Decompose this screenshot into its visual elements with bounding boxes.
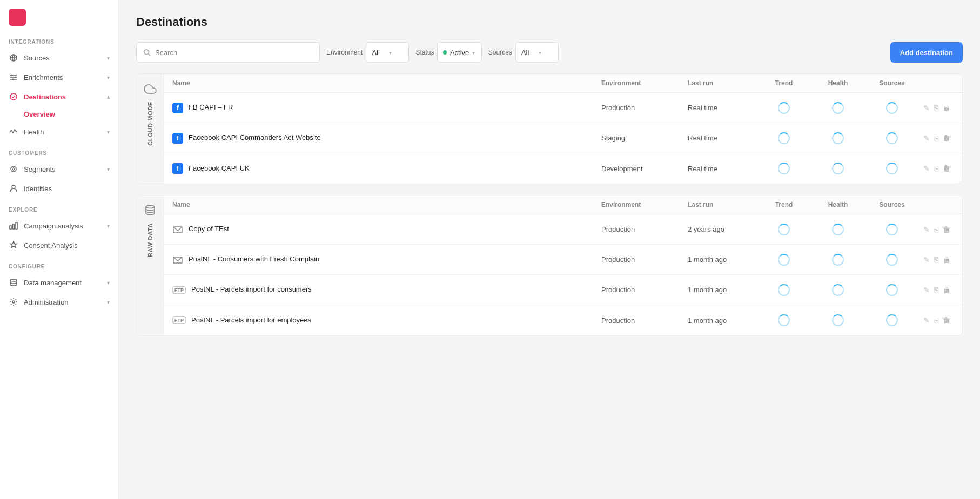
raw-data-icon [144,204,157,219]
copy-icon[interactable]: ⎘ [934,104,938,112]
search-input[interactable] [155,49,313,57]
row-name-cell: PostNL - Consumers with Fresh Complain [164,250,595,269]
raw-data-label: Raw Data [147,223,153,257]
enrichments-icon [9,72,18,82]
sidebar-item-enrichments[interactable]: Enrichments ▾ [0,68,118,87]
sidebar-item-identities[interactable]: Identities [0,179,118,198]
sidebar-subitem-overview[interactable]: Overview [24,106,118,122]
data-management-icon [9,278,18,287]
raw-col-actions [919,201,962,208]
cloud-mode-section: Cloud Mode Name Environment Last run Tre… [136,73,963,184]
copy-icon[interactable]: ⎘ [934,255,938,264]
raw-col-health: Health [811,201,865,208]
delete-icon[interactable]: 🗑 [943,134,950,143]
status-filter-group: Status Active ▾ [415,42,481,63]
edit-icon[interactable]: ✎ [923,316,930,325]
copy-icon[interactable]: ⎘ [934,225,938,234]
table-row: f FB CAPI – FR Production Real time ✎ ⎘ … [164,93,962,123]
add-destination-button[interactable]: Add destination [890,42,963,63]
table-row: FTP PostNL - Parcels import for employee… [164,305,962,335]
row-health [811,284,865,296]
raw-col-trend: Trend [757,201,811,208]
administration-chevron: ▾ [107,299,110,305]
row-environment: Production [595,316,681,325]
enrichments-chevron: ▾ [107,75,110,80]
delete-icon[interactable]: 🗑 [943,286,950,294]
row-actions: ✎ ⎘ 🗑 [919,104,962,112]
sidebar-item-data-management-label: Data management [24,279,107,287]
row-actions: ✎ ⎘ 🗑 [919,255,962,264]
sidebar-item-identities-label: Identities [24,185,110,193]
row-environment: Production [595,225,681,233]
row-environment: Production [595,255,681,264]
svg-rect-9 [13,224,15,229]
table-row: f Facebook CAPI UK Development Real time… [164,153,962,184]
row-sources [865,132,919,144]
row-sources [865,314,919,326]
delete-icon[interactable]: 🗑 [943,225,950,234]
edit-icon[interactable]: ✎ [923,134,930,143]
cloud-col-health: Health [811,79,865,87]
row-actions: ✎ ⎘ 🗑 [919,225,962,234]
dest-name: Copy of TEst [189,224,229,234]
row-trend [757,254,811,266]
row-trend [757,102,811,114]
sidebar-item-segments[interactable]: Segments ▾ [0,159,118,179]
row-health [811,314,865,326]
campaign-chevron: ▾ [107,223,110,229]
edit-icon[interactable]: ✎ [923,164,930,173]
sidebar-item-consent-analysis[interactable]: Consent Analysis [0,235,118,255]
sidebar-item-health[interactable]: Health ▾ [0,122,118,141]
table-row: FTP PostNL - Parcels import for consumer… [164,275,962,305]
segments-chevron: ▾ [107,166,110,172]
sources-select[interactable]: All ▾ [515,42,559,63]
environment-value: All [372,49,386,57]
sidebar-item-campaign-analysis[interactable]: Campaign analysis ▾ [0,216,118,235]
delete-icon[interactable]: 🗑 [943,104,950,112]
svg-rect-8 [10,226,11,229]
sidebar-item-administration[interactable]: Administration ▾ [0,292,118,312]
row-sources [865,284,919,296]
customers-section-label: CUSTOMERS [0,141,118,159]
raw-col-name: Name [164,201,595,208]
status-select[interactable]: Active ▾ [437,42,481,63]
sidebar-item-campaign-analysis-label: Campaign analysis [24,222,107,230]
copy-icon[interactable]: ⎘ [934,316,938,325]
edit-icon[interactable]: ✎ [923,104,930,112]
facebook-icon: f [172,133,183,144]
copy-icon[interactable]: ⎘ [934,164,938,173]
envelope-icon [172,224,183,235]
cloud-mode-label: Cloud Mode [147,102,153,146]
status-label: Status [415,49,434,56]
sources-filter-group: Sources All ▾ [488,42,559,63]
copy-icon[interactable]: ⎘ [934,134,938,143]
status-active-dot [443,50,447,55]
row-lastrun: Real time [681,134,757,142]
search-box[interactable] [136,42,320,63]
edit-icon[interactable]: ✎ [923,225,930,234]
row-name-cell: f Facebook CAPI UK [164,159,595,178]
svg-point-6 [12,168,15,170]
delete-icon[interactable]: 🗑 [943,164,950,173]
dest-name: PostNL - Consumers with Fresh Complain [189,254,319,264]
svg-point-5 [11,166,16,172]
cloud-col-sources: Sources [865,79,919,87]
ftp-icon: FTP [172,286,186,294]
row-health [811,224,865,235]
configure-section-label: CONFIGURE [0,255,118,273]
delete-icon[interactable]: 🗑 [943,255,950,264]
environment-select[interactable]: All ▾ [366,42,409,63]
sidebar-item-data-management[interactable]: Data management ▾ [0,273,118,292]
environment-chevron-down-icon: ▾ [389,50,403,56]
destinations-chevron: ▴ [107,94,110,100]
facebook-icon: f [172,163,183,174]
status-chevron-down-icon: ▾ [472,50,476,56]
edit-icon[interactable]: ✎ [923,286,930,294]
edit-icon[interactable]: ✎ [923,255,930,264]
row-trend [757,314,811,326]
content-area: Destinations Environment All ▾ Status Ac… [119,0,980,499]
sidebar-item-destinations[interactable]: Destinations ▴ [0,87,118,106]
delete-icon[interactable]: 🗑 [943,316,950,325]
copy-icon[interactable]: ⎘ [934,286,938,294]
sidebar-item-sources[interactable]: Sources ▾ [0,48,118,68]
